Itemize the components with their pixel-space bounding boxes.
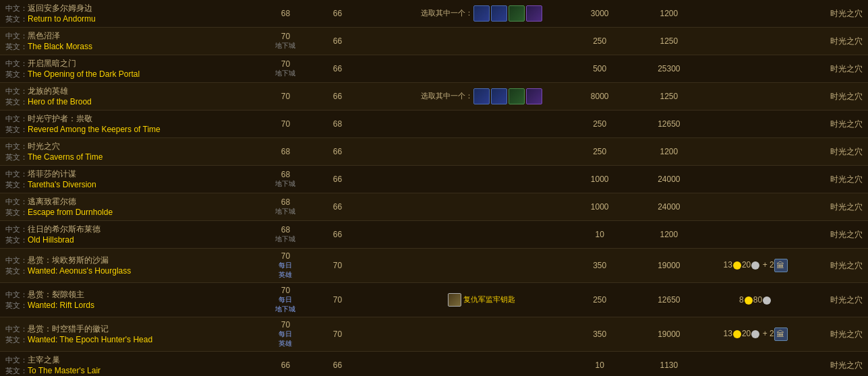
- quest-name-cell: 中文：往日的希尔斯布莱德 英文：Old Hillsbrad: [0, 221, 260, 249]
- quest-name-cell: 中文：时光之穴 英文：The Caverns of Time: [0, 138, 260, 166]
- zone-cell: 时光之穴: [807, 352, 868, 377]
- spacer-cell: [364, 28, 398, 55]
- table-row: 中文：悬赏：埃欧努斯的沙漏 英文：Wanted: Aeonus's Hourgl…: [0, 249, 868, 283]
- money-cell: 19000: [635, 249, 704, 283]
- req-level-cell: 66: [312, 352, 364, 377]
- extra-reward-cell: [703, 55, 807, 83]
- quest-level-cell: 68地下城: [260, 166, 312, 193]
- rep-cell: 250: [565, 283, 635, 317]
- item-icon: [491, 5, 507, 22]
- quest-level-cell: 70地下城: [260, 28, 312, 55]
- table-row: 中文：返回安多尔姆身边 英文：Return to Andormu6866选取其中…: [0, 0, 868, 28]
- rep-cell: 350: [565, 317, 635, 352]
- zone-cell: 时光之穴: [807, 283, 868, 317]
- spacer-cell: [364, 317, 398, 352]
- money-cell: 1200: [635, 0, 704, 28]
- zone-cell: 时光之穴: [807, 55, 868, 83]
- table-row: 中文：主宰之巢 英文：To The Master's Lair666610113…: [0, 352, 868, 377]
- quest-name-cell: 中文：开启黑暗之门 英文：The Opening of the Dark Por…: [0, 55, 260, 83]
- rep-cell: 250: [565, 138, 635, 166]
- req-level-cell: 66: [312, 83, 364, 111]
- item-icon: [473, 5, 490, 22]
- special-icon: [448, 293, 461, 307]
- req-level-cell: 66: [312, 55, 364, 83]
- req-level-cell: 68: [312, 111, 364, 138]
- extra-reward-cell: 1320 + 2: [703, 249, 807, 283]
- money-cell: 12650: [635, 283, 704, 317]
- quest-level-cell: 66: [260, 352, 312, 377]
- item-icon: [509, 5, 525, 22]
- req-level-cell: 70: [312, 283, 364, 317]
- quest-name-cell: 中文：龙族的英雄 英文：Hero of the Brood: [0, 83, 260, 111]
- zone-cell: 时光之穴: [807, 249, 868, 283]
- choose-reward-cell: 选取其中一个：: [398, 83, 565, 111]
- quest-level-cell: 70地下城: [260, 55, 312, 83]
- choose-reward-cell: [398, 138, 565, 166]
- quest-level-cell: 70每日英雄: [260, 317, 312, 352]
- quest-level-cell: 70: [260, 111, 312, 138]
- choose-reward-cell: [398, 221, 565, 249]
- extra-reward-cell: [703, 352, 807, 377]
- spacer-cell: [364, 83, 398, 111]
- money-cell: 1200: [635, 221, 704, 249]
- quest-level-cell: 68: [260, 138, 312, 166]
- quest-name-cell: 中文：悬赏：裂隙领主 英文：Wanted: Rift Lords: [0, 283, 260, 317]
- req-level-cell: 66: [312, 221, 364, 249]
- money-cell: 25300: [635, 55, 704, 83]
- gold-icon: [733, 330, 741, 338]
- req-level-cell: 66: [312, 28, 364, 55]
- money-cell: 1200: [635, 138, 704, 166]
- quest-level-cell: 68地下城: [260, 193, 312, 221]
- rep-cell: 10: [565, 221, 635, 249]
- rep-cell: 250: [565, 28, 635, 55]
- money-cell: 19000: [635, 317, 704, 352]
- quest-name-cell: 中文：黑色沼泽 英文：The Black Morass: [0, 28, 260, 55]
- quest-name-cell: 中文：塔菲莎的计谋 英文：Taretha's Diversion: [0, 166, 260, 193]
- spacer-cell: [364, 138, 398, 166]
- quest-name-cell: 中文：悬赏：时空猎手的徽记 英文：Wanted: The Epoch Hunte…: [0, 317, 260, 352]
- quest-level-cell: 68地下城: [260, 221, 312, 249]
- silver-icon: [751, 330, 759, 338]
- choose-reward-cell: [398, 249, 565, 283]
- zone-cell: 时光之穴: [807, 28, 868, 55]
- quest-table: 中文：返回安多尔姆身边 英文：Return to Andormu6866选取其中…: [0, 0, 868, 376]
- table-row: 中文：开启黑暗之门 英文：The Opening of the Dark Por…: [0, 55, 868, 83]
- req-level-cell: 70: [312, 317, 364, 352]
- spacer-cell: [364, 0, 398, 28]
- gold-icon: [733, 261, 741, 270]
- quest-name-cell: 中文：主宰之巢 英文：To The Master's Lair: [0, 352, 260, 377]
- table-row: 中文：逃离致霍尔德 英文：Escape from Durnholde68地下城6…: [0, 193, 868, 221]
- zone-cell: 时光之穴: [807, 166, 868, 193]
- money-cell: 1250: [635, 28, 704, 55]
- table-row: 中文：塔菲莎的计谋 英文：Taretha's Diversion68地下城661…: [0, 166, 868, 193]
- rep-cell: 1000: [565, 193, 635, 221]
- rep-cell: 8000: [565, 83, 635, 111]
- zone-cell: 时光之穴: [807, 221, 868, 249]
- req-level-cell: 66: [312, 138, 364, 166]
- gold-icon: [745, 296, 753, 305]
- spacer-cell: [364, 55, 398, 83]
- table-row: 中文：黑色沼泽 英文：The Black Morass70地下城66250125…: [0, 28, 868, 55]
- item-icon: [491, 88, 507, 104]
- extra-reward-cell: [703, 138, 807, 166]
- zone-cell: 时光之穴: [807, 111, 868, 138]
- extra-reward-cell: [703, 28, 807, 55]
- choose-reward-cell: [398, 317, 565, 352]
- table-row: 中文：往日的希尔斯布莱德 英文：Old Hillsbrad68地下城661012…: [0, 221, 868, 249]
- spacer-cell: [364, 221, 398, 249]
- table-row: 中文：龙族的英雄 英文：Hero of the Brood7066选取其中一个：…: [0, 83, 868, 111]
- table-row: 中文：悬赏：时空猎手的徽记 英文：Wanted: The Epoch Hunte…: [0, 317, 868, 352]
- money-cell: 24000: [635, 193, 704, 221]
- extra-reward-cell: [703, 193, 807, 221]
- table-row: 中文：时光之穴 英文：The Caverns of Time6866250120…: [0, 138, 868, 166]
- req-level-cell: 66: [312, 166, 364, 193]
- spacer-cell: [364, 193, 398, 221]
- req-level-cell: 70: [312, 249, 364, 283]
- extra-reward-cell: [703, 221, 807, 249]
- quest-level-cell: 70每日英雄: [260, 249, 312, 283]
- item-icon: [473, 88, 490, 104]
- building-icon: [774, 327, 788, 341]
- req-level-cell: 66: [312, 193, 364, 221]
- spacer-cell: [364, 166, 398, 193]
- zone-cell: 时光之穴: [807, 138, 868, 166]
